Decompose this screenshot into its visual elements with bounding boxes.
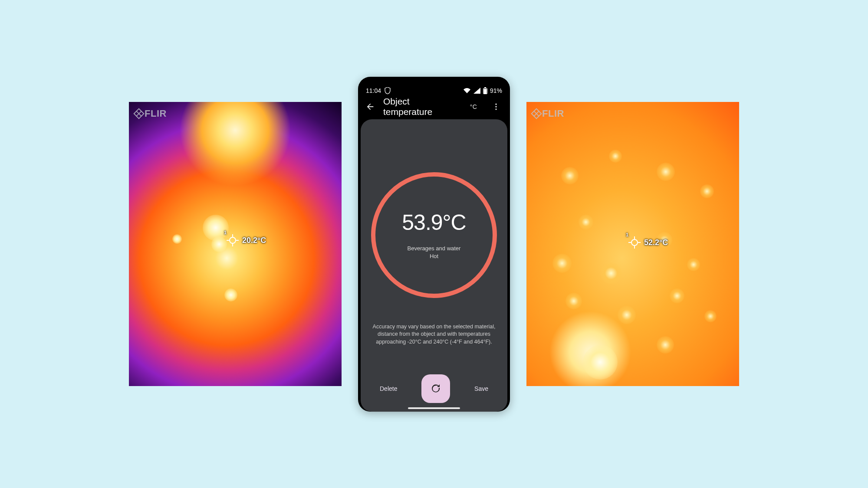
refresh-button[interactable] — [421, 374, 450, 403]
flir-thermal-right: FLIR 1 52.2°C — [526, 102, 739, 386]
temperature-value: 53.9°C — [402, 210, 466, 235]
crosshair-index: 1 — [224, 230, 227, 235]
flir-diamond-icon — [133, 108, 144, 119]
svg-point-3 — [495, 103, 496, 105]
phone-frame: 11:04 91% Object temperature °C — [358, 77, 510, 412]
flir-logo: FLIR — [135, 108, 167, 119]
flir-logo: FLIR — [533, 108, 564, 119]
hotspot — [657, 336, 674, 354]
arrow-left-icon — [365, 102, 375, 111]
cellular-signal-icon — [473, 88, 480, 94]
overflow-menu-button[interactable] — [487, 97, 506, 116]
hotspot — [670, 288, 684, 303]
hotspot — [579, 215, 593, 229]
unit-toggle-button[interactable]: °C — [464, 97, 483, 116]
delete-button[interactable]: Delete — [378, 381, 399, 396]
hotspot — [224, 288, 237, 301]
status-time: 11:04 — [366, 87, 381, 94]
action-row: Delete Save — [368, 374, 500, 405]
crosshair-temp-value: 20.2°C — [242, 236, 266, 245]
status-battery-pct: 91% — [490, 87, 502, 94]
crosshair-icon: 1 — [227, 234, 239, 246]
flir-thermal-left: FLIR 1 20.2°C — [129, 102, 342, 386]
crosshair-temp-value: 52.2°C — [644, 238, 668, 247]
temperature-category: Beverages and water Hot — [408, 245, 461, 260]
hotspot — [583, 345, 618, 380]
unit-label: °C — [470, 103, 477, 110]
app-bar: Object temperature °C — [358, 94, 510, 119]
flir-brand-text: FLIR — [145, 108, 167, 119]
flir-diamond-icon — [531, 108, 542, 119]
svg-rect-2 — [483, 89, 487, 94]
temperature-ring: 53.9°C Beverages and water Hot — [371, 172, 497, 298]
hotspot — [561, 167, 579, 184]
temperature-crosshair: 1 52.2°C — [628, 236, 668, 249]
hotspot — [566, 293, 582, 309]
more-vert-icon — [492, 102, 500, 111]
back-button[interactable] — [361, 97, 380, 116]
accuracy-disclaimer: Accuracy may vary based on the selected … — [368, 323, 500, 346]
hotspot — [704, 310, 717, 322]
status-bar: 11:04 91% — [358, 77, 510, 94]
battery-icon — [483, 87, 487, 94]
crosshair-index: 1 — [626, 232, 628, 237]
page-title: Object temperature — [383, 96, 460, 117]
hotspot — [609, 150, 622, 163]
crosshair-icon: 1 — [628, 236, 641, 249]
svg-point-5 — [495, 108, 496, 110]
svg-point-4 — [495, 106, 496, 107]
hotspot — [618, 306, 636, 324]
save-button[interactable]: Save — [473, 381, 490, 396]
hotspot — [700, 184, 714, 198]
hotspot — [687, 258, 700, 271]
hotspot — [172, 234, 182, 244]
hotspot — [211, 236, 227, 252]
reading-card: 53.9°C Beverages and water Hot Accuracy … — [361, 119, 507, 412]
hotspot — [600, 262, 622, 284]
gesture-nav-bar[interactable] — [408, 407, 460, 409]
shield-icon — [385, 87, 391, 94]
category-level: Hot — [408, 252, 461, 260]
hotspot — [657, 163, 675, 181]
temperature-crosshair: 1 20.2°C — [227, 234, 266, 246]
svg-rect-0 — [484, 87, 486, 88]
hotspot — [552, 254, 572, 273]
wifi-icon — [463, 88, 471, 94]
flir-brand-text: FLIR — [542, 108, 564, 119]
refresh-icon — [431, 383, 441, 394]
category-material: Beverages and water — [408, 245, 461, 252]
